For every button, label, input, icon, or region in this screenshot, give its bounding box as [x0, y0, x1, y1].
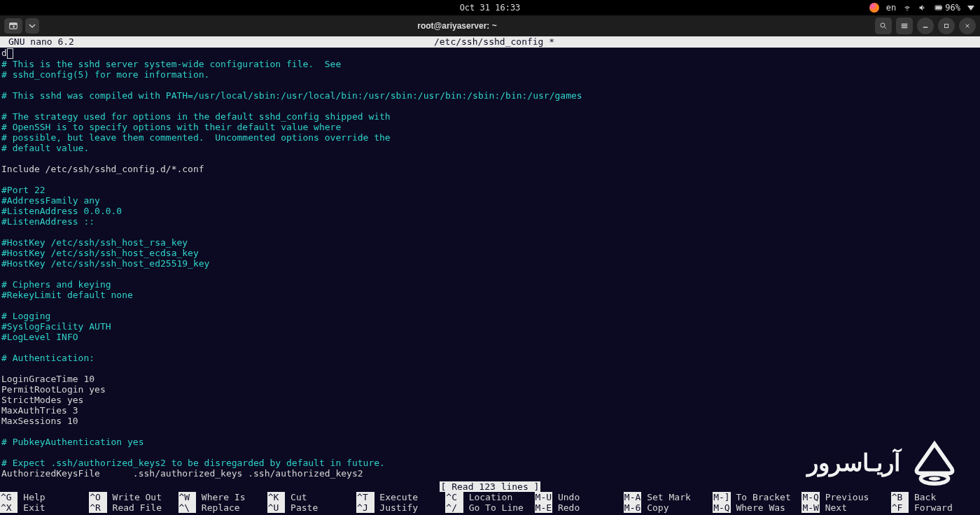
shortcut-label: Forward	[909, 502, 953, 513]
shortcut-label: Back	[909, 492, 936, 502]
editor-line	[1, 363, 979, 374]
editor-line: #Port 22	[1, 185, 979, 195]
shortcut-label: Redo	[552, 502, 580, 513]
tab-menu-button[interactable]	[25, 18, 39, 34]
editor-line: #ListenAddress 0.0.0.0	[1, 206, 979, 216]
shortcut-label: Paste	[285, 502, 318, 513]
system-menu-caret-icon[interactable]	[967, 6, 974, 10]
editor-line: StrictModes yes	[1, 395, 979, 405]
shortcut-label: Go To Line	[463, 502, 524, 513]
editor-line: #RekeyLimit default none	[1, 290, 979, 300]
shortcut-label: Undo	[552, 492, 580, 502]
battery-indicator[interactable]: 96%	[934, 3, 960, 13]
editor-line: #HostKey /etc/ssh/ssh_host_rsa_key	[1, 237, 979, 248]
shortcut-key: ^/	[445, 502, 463, 513]
search-button[interactable]	[875, 17, 892, 34]
shortcut-label: Help	[18, 492, 45, 502]
shortcut-item: ^K Cut	[267, 492, 356, 502]
shortcut-label: Location	[463, 492, 512, 502]
shortcut-label: Write Out	[107, 492, 162, 502]
clock[interactable]: Oct 31 16:33	[146, 3, 834, 13]
shortcut-item: ^T Execute	[356, 492, 445, 502]
shortcut-label: Justify	[374, 502, 419, 513]
new-tab-button[interactable]	[4, 18, 22, 34]
nano-app-name: GNU nano 6.2	[0, 36, 218, 48]
editor-line: # sshd_config(5) for more information.	[1, 69, 979, 80]
shortcut-label: Set Mark	[641, 492, 690, 502]
shortcut-item: ^B Back	[891, 492, 980, 502]
shortcut-key: M-W	[802, 502, 819, 513]
shortcut-key: ^U	[267, 502, 285, 513]
close-button[interactable]	[959, 17, 976, 34]
editor-line: # The strategy used for options in the d…	[1, 111, 979, 122]
terminal-headerbar: root@ariyaserver: ~	[0, 15, 980, 37]
svg-rect-11	[902, 27, 907, 28]
gnome-top-bar: Oct 31 16:33 en 96%	[0, 0, 980, 15]
terminal-viewport[interactable]: GNU nano 6.2 /etc/ssh/sshd_config * d# T…	[0, 36, 980, 515]
shortcut-key: M-Q	[802, 492, 819, 502]
shortcut-label: Copy	[641, 502, 668, 513]
maximize-button[interactable]	[938, 17, 955, 34]
editor-line: # Ciphers and keying	[1, 279, 979, 290]
shortcut-item: M-W Next	[802, 502, 890, 513]
keyboard-layout[interactable]: en	[886, 3, 896, 13]
watermark-text: آریـاسرور	[807, 449, 900, 477]
shortcut-key: ^W	[178, 492, 196, 502]
volume-icon[interactable]	[918, 3, 927, 12]
shortcut-key: ^R	[89, 502, 106, 513]
editor-line: #SyslogFacility AUTH	[1, 321, 979, 332]
editor-line: #ListenAddress ::	[1, 216, 979, 227]
shortcut-item: ^O Write Out	[89, 492, 178, 502]
shortcut-item: ^X Exit	[0, 502, 89, 513]
shortcut-label: Replace	[196, 502, 240, 513]
editor-line	[1, 269, 979, 279]
shortcut-key: ^C	[445, 492, 463, 502]
editor-line	[1, 101, 979, 111]
watermark-logo-icon	[910, 438, 959, 487]
svg-rect-1	[936, 6, 941, 9]
shortcut-key: M-6	[624, 502, 641, 513]
shortcut-item: M-] To Bracket	[713, 492, 802, 502]
shortcut-label: Execute	[374, 492, 419, 502]
shortcut-item: ^/ Go To Line	[445, 502, 534, 513]
shortcut-label: Where Was	[731, 502, 785, 513]
shortcut-key: ^X	[0, 502, 18, 513]
editor-line: #HostKey /etc/ssh/ssh_host_ed25519_key	[1, 258, 979, 269]
wifi-icon[interactable]	[903, 3, 911, 12]
editor-line	[1, 227, 979, 237]
editor-line: LoginGraceTime 10	[1, 374, 979, 384]
shortcut-item: M-Q Previous	[802, 492, 890, 502]
window-title: root@ariyaserver: ~	[39, 21, 875, 31]
shortcut-label: Previous	[820, 492, 869, 502]
nano-title-bar: GNU nano 6.2 /etc/ssh/sshd_config *	[0, 36, 980, 48]
nano-editor-content[interactable]: d# This is the sshd server system-wide c…	[0, 48, 980, 479]
shortcut-key: ^G	[0, 492, 18, 502]
shortcut-key: ^J	[356, 502, 374, 513]
app-indicator-icon[interactable]	[869, 3, 879, 13]
editor-line: # OpenSSH is to specify options with the…	[1, 122, 979, 132]
editor-line: # This is the sshd server system-wide co…	[1, 59, 979, 69]
shortcut-key: M-U	[535, 492, 552, 502]
shortcut-item: M-Q Where Was	[713, 502, 802, 513]
editor-line: MaxAuthTries 3	[1, 405, 979, 416]
svg-rect-2	[941, 7, 942, 9]
svg-rect-13	[945, 24, 948, 28]
editor-line: PermitRootLogin yes	[1, 384, 979, 395]
editor-line	[1, 300, 979, 311]
svg-rect-6	[13, 25, 14, 28]
svg-rect-4	[10, 23, 18, 25]
editor-line: # Logging	[1, 311, 979, 321]
shortcut-label: Exit	[18, 502, 45, 513]
shortcut-key: M-]	[713, 492, 730, 502]
svg-rect-10	[902, 26, 907, 27]
shortcut-item: ^W Where Is	[178, 492, 267, 502]
shortcut-key: ^O	[89, 492, 106, 502]
editor-line	[1, 342, 979, 353]
minimize-button[interactable]	[917, 17, 934, 34]
shortcut-item: ^U Paste	[267, 502, 356, 513]
shortcut-label: Next	[820, 502, 847, 513]
shortcut-item: ^\ Replace	[178, 502, 267, 513]
editor-line	[1, 80, 979, 90]
hamburger-menu-button[interactable]	[896, 17, 913, 34]
nano-shortcut-bar: ^G Help^X Exit^O Write Out^R Read File^W…	[0, 492, 980, 513]
